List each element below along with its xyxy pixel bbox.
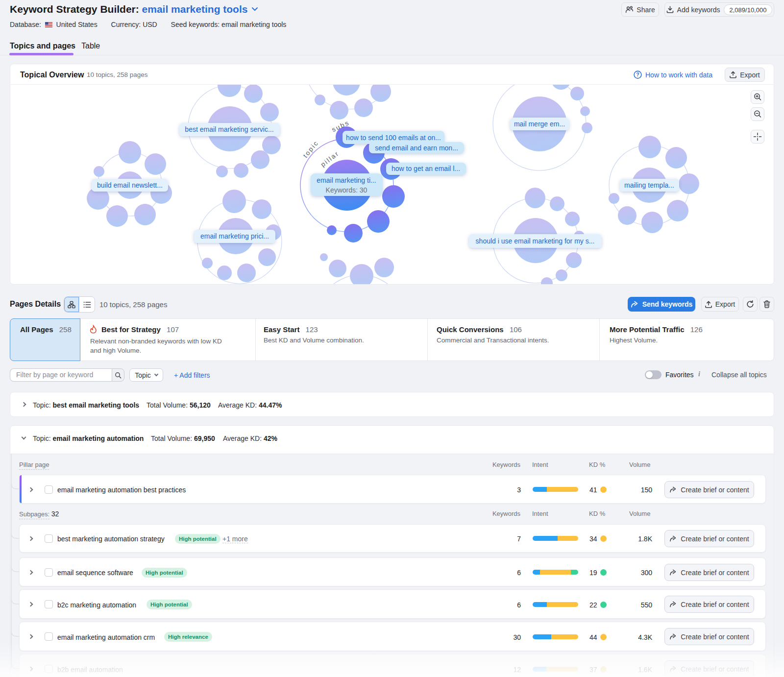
svg-text:how to send 100 emails at on..: how to send 100 emails at on... bbox=[346, 134, 441, 142]
svg-text:mailing templa...: mailing templa... bbox=[624, 181, 674, 189]
svg-text:mail merge em...: mail merge em... bbox=[514, 120, 565, 128]
svg-text:email marketing ti...: email marketing ti... bbox=[317, 176, 376, 184]
svg-text:?: ? bbox=[636, 72, 639, 77]
svg-text:should i use email marketing f: should i use email marketing for my s... bbox=[476, 237, 595, 245]
svg-text:how to get an email l...: how to get an email l... bbox=[392, 165, 460, 172]
svg-text:build email newslett...: build email newslett... bbox=[97, 181, 163, 189]
svg-text:send email and earn mon...: send email and earn mon... bbox=[375, 144, 458, 152]
svg-text:best email marketing servic...: best email marketing servic... bbox=[185, 125, 273, 133]
svg-text:email marketing prici...: email marketing prici... bbox=[200, 232, 269, 240]
svg-text:Keywords: 30: Keywords: 30 bbox=[326, 186, 368, 194]
